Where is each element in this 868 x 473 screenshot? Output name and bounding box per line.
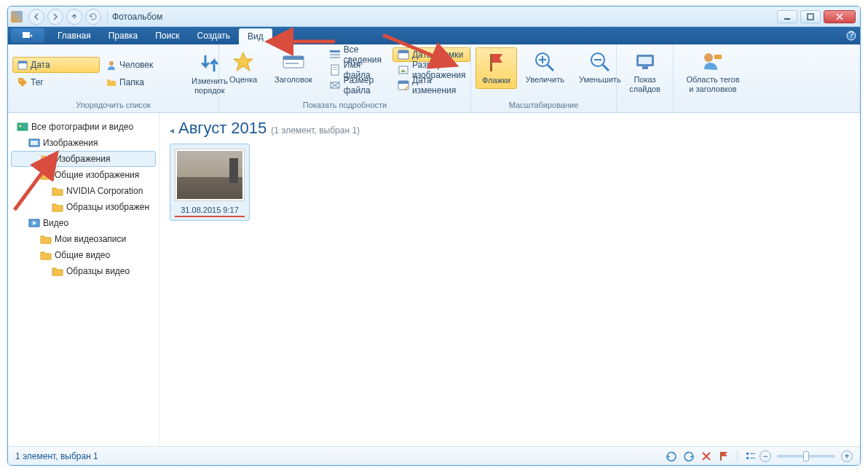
- thumbnail-area: ◂ Август 2015 (1 элемент, выбран 1) 31.0…: [159, 113, 860, 446]
- folder-icon: [52, 265, 63, 277]
- images-icon: [28, 137, 40, 149]
- tree-images-sub[interactable]: Изображения: [11, 151, 156, 167]
- person-icon: [106, 60, 117, 70]
- folder-tree: Все фотографии и видео Изображения Изобр…: [8, 113, 159, 446]
- delete-button[interactable]: [699, 449, 714, 464]
- zoom-slider-thumb[interactable]: [803, 451, 809, 461]
- titlebar: Фотоальбом: [8, 7, 860, 27]
- tab-edit[interactable]: Правка: [100, 27, 147, 44]
- svg-rect-13: [330, 54, 340, 55]
- folder-icon: [40, 233, 52, 245]
- app-icon: [11, 11, 23, 23]
- folder-icon: [106, 77, 117, 87]
- svg-rect-35: [31, 141, 38, 145]
- minimize-button[interactable]: [777, 10, 797, 23]
- help-button[interactable]: ?: [843, 27, 860, 44]
- tree-my-video[interactable]: Мои видеозаписи: [8, 231, 159, 247]
- svg-rect-14: [330, 57, 340, 58]
- nav-up-button[interactable]: [66, 9, 82, 25]
- tag-area-button[interactable]: Область тегов и заголовков: [681, 47, 746, 96]
- svg-point-30: [704, 53, 713, 62]
- zoom-out-icon: [588, 50, 612, 74]
- annotation-underline: [175, 216, 245, 217]
- rotate-left-button[interactable]: [664, 449, 679, 464]
- arrange-date-button[interactable]: Дата: [12, 57, 100, 73]
- tree-samples-img[interactable]: Образцы изображен: [8, 199, 159, 215]
- flag-button[interactable]: [717, 449, 731, 464]
- group-title: Август 2015: [178, 119, 267, 138]
- file-menu-button[interactable]: [11, 28, 44, 43]
- svg-rect-24: [490, 54, 492, 71]
- tab-create[interactable]: Создать: [189, 27, 240, 44]
- zoom-in-icon: [533, 50, 556, 74]
- folder-icon: [40, 249, 52, 261]
- svg-point-7: [109, 61, 114, 66]
- collapse-group-button[interactable]: ◂: [170, 125, 174, 136]
- tree-nvidia[interactable]: NVIDIA Corporation: [8, 183, 159, 199]
- details-view-button[interactable]: [743, 449, 758, 464]
- tab-find[interactable]: Поиск: [146, 27, 188, 44]
- maximize-button[interactable]: [800, 10, 821, 23]
- tree-shared-video[interactable]: Общие видео: [8, 247, 159, 263]
- app-window: Фотоальбом Главная Правка Поиск Создать …: [7, 6, 861, 466]
- zoom-out-small-button[interactable]: −: [760, 450, 771, 462]
- tree-video[interactable]: Видео: [8, 215, 159, 231]
- svg-rect-17: [333, 69, 337, 70]
- zoom-slider[interactable]: [777, 455, 835, 458]
- tag-pane-icon: [701, 50, 725, 74]
- tree-root[interactable]: Все фотографии и видео: [8, 119, 159, 135]
- arrange-group-label: Упорядочить список: [12, 99, 214, 111]
- slideshow-button[interactable]: Показ слайдов: [623, 47, 666, 96]
- photo-thumbnail[interactable]: 31.08.2015 9:17: [170, 144, 250, 221]
- arrange-folder-button[interactable]: Папка: [101, 74, 181, 90]
- folder-icon: [40, 169, 52, 181]
- group-count: (1 элемент, выбран 1): [271, 125, 360, 136]
- zoom-in-small-button[interactable]: +: [841, 450, 853, 462]
- tree-images[interactable]: Изображения: [8, 135, 159, 151]
- title-button[interactable]: Заголовок: [269, 47, 318, 87]
- flag-icon: [484, 51, 508, 74]
- nav-refresh-button[interactable]: [85, 9, 101, 25]
- date-modified-button[interactable]: Дата изменения: [392, 78, 471, 93]
- svg-point-8: [20, 79, 21, 81]
- photos-icon: [17, 121, 28, 133]
- arrange-tag-button[interactable]: Тег: [12, 74, 100, 90]
- svg-rect-1: [808, 14, 813, 20]
- ribbon: Дата Человек Тег Папка: [8, 44, 860, 113]
- title-field-icon: [282, 50, 305, 74]
- svg-rect-6: [18, 61, 27, 63]
- svg-rect-10: [283, 56, 304, 60]
- folder-icon: [52, 185, 63, 197]
- svg-rect-39: [746, 457, 749, 459]
- calendar-icon: [17, 60, 28, 70]
- tab-view[interactable]: Вид: [239, 28, 272, 44]
- group-header: ◂ Август 2015 (1 элемент, выбран 1): [170, 119, 850, 138]
- rating-button[interactable]: Оценка: [224, 47, 263, 87]
- filesize-button[interactable]: Размер файла: [324, 78, 387, 93]
- rotate-right-button[interactable]: [682, 449, 696, 464]
- arrange-person-button[interactable]: Человек: [101, 57, 181, 73]
- details-group-label: Показать подробности: [224, 99, 466, 111]
- tab-home[interactable]: Главная: [49, 27, 100, 44]
- close-button[interactable]: [824, 10, 856, 23]
- swap-arrows-icon: [198, 52, 221, 75]
- titlebar-separator: [107, 10, 108, 23]
- svg-text:?: ?: [849, 31, 854, 40]
- svg-rect-0: [784, 18, 790, 20]
- svg-rect-28: [639, 57, 652, 64]
- folder-icon: [41, 153, 52, 165]
- tree-samples-vid[interactable]: Образцы видео: [8, 263, 159, 279]
- calendar-edit-icon: [398, 79, 409, 91]
- menubar: Главная Правка Поиск Создать Вид ?: [8, 27, 860, 44]
- dimensions-icon: [398, 64, 409, 76]
- svg-rect-38: [746, 453, 749, 455]
- tree-shared-images[interactable]: Общие изображения: [8, 167, 159, 183]
- svg-rect-11: [285, 63, 299, 64]
- flags-button[interactable]: Флажки: [476, 47, 517, 89]
- nav-forward-button[interactable]: [47, 9, 63, 25]
- star-icon: [232, 50, 255, 74]
- tag-icon: [17, 77, 28, 87]
- zoom-in-button[interactable]: Увеличить: [520, 47, 570, 87]
- nav-back-button[interactable]: [28, 9, 44, 25]
- status-text: 1 элемент, выбран 1: [15, 451, 98, 461]
